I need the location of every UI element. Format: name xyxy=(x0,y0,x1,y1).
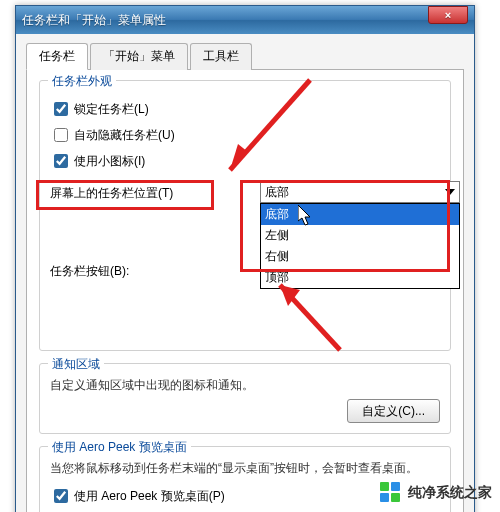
group-notify: 通知区域 自定义通知区域中出现的图标和通知。 自定义(C)... xyxy=(39,363,451,434)
notify-desc: 自定义通知区域中出现的图标和通知。 xyxy=(50,376,440,395)
window-title: 任务栏和「开始」菜单属性 xyxy=(22,12,166,29)
client-area: 任务栏 「开始」菜单 工具栏 任务栏外观 锁定任务栏(L) 自动隐藏任务栏(U)… xyxy=(16,34,474,512)
aero-desc: 当您将鼠标移动到任务栏末端的“显示桌面”按钮时，会暂时查看桌面。 xyxy=(50,459,440,478)
lbl-lock-taskbar: 锁定任务栏(L) xyxy=(74,101,149,118)
lbl-autohide: 自动隐藏任务栏(U) xyxy=(74,127,175,144)
tab-toolbars[interactable]: 工具栏 xyxy=(190,43,252,70)
combo-position[interactable]: 底部 xyxy=(260,181,460,203)
dialog-window: 任务栏和「开始」菜单属性 × 任务栏 「开始」菜单 工具栏 任务栏外观 锁定任务… xyxy=(15,5,475,512)
row-autohide: 自动隐藏任务栏(U) xyxy=(50,125,440,145)
lbl-small-icons: 使用小图标(I) xyxy=(74,153,145,170)
tab-taskbar[interactable]: 任务栏 xyxy=(26,43,88,70)
chevron-down-icon xyxy=(445,189,455,195)
chk-small-icons[interactable] xyxy=(54,154,68,168)
combo-position-dropdown: 底部 左侧 右侧 顶部 xyxy=(260,203,460,289)
row-lock: 锁定任务栏(L) xyxy=(50,99,440,119)
lbl-taskbar-buttons: 任务栏按钮(B): xyxy=(50,264,129,278)
tab-panel-taskbar: 任务栏外观 锁定任务栏(L) 自动隐藏任务栏(U) 使用小图标(I) 屏幕上的任… xyxy=(26,70,464,512)
opt-right[interactable]: 右侧 xyxy=(261,246,459,267)
lbl-position: 屏幕上的任务栏位置(T) xyxy=(50,181,173,202)
tab-start-menu[interactable]: 「开始」菜单 xyxy=(90,43,188,70)
combo-position-value: 底部 xyxy=(265,184,289,201)
close-button[interactable]: × xyxy=(428,6,468,24)
chk-aero-peek[interactable] xyxy=(54,489,68,503)
watermark-logo-icon xyxy=(380,482,402,504)
chk-autohide[interactable] xyxy=(54,128,68,142)
tab-strip: 任务栏 「开始」菜单 工具栏 xyxy=(26,42,464,70)
titlebar: 任务栏和「开始」菜单属性 × xyxy=(16,6,474,34)
group-notify-title: 通知区域 xyxy=(48,356,104,373)
chk-lock-taskbar[interactable] xyxy=(54,102,68,116)
watermark-text: 纯净系统之家 xyxy=(408,484,492,502)
group-appearance: 任务栏外观 锁定任务栏(L) 自动隐藏任务栏(U) 使用小图标(I) 屏幕上的任… xyxy=(39,80,451,351)
opt-bottom[interactable]: 底部 xyxy=(261,204,459,225)
watermark: 纯净系统之家 xyxy=(380,482,492,504)
opt-top[interactable]: 顶部 xyxy=(261,267,459,288)
lbl-aero-peek: 使用 Aero Peek 预览桌面(P) xyxy=(74,488,225,505)
btn-customize[interactable]: 自定义(C)... xyxy=(347,399,440,423)
group-aero-title: 使用 Aero Peek 预览桌面 xyxy=(48,439,191,456)
group-appearance-title: 任务栏外观 xyxy=(48,73,116,90)
row-position: 屏幕上的任务栏位置(T) 底部 底部 左侧 右侧 顶部 xyxy=(50,181,440,207)
row-smallicons: 使用小图标(I) xyxy=(50,151,440,171)
opt-left[interactable]: 左侧 xyxy=(261,225,459,246)
